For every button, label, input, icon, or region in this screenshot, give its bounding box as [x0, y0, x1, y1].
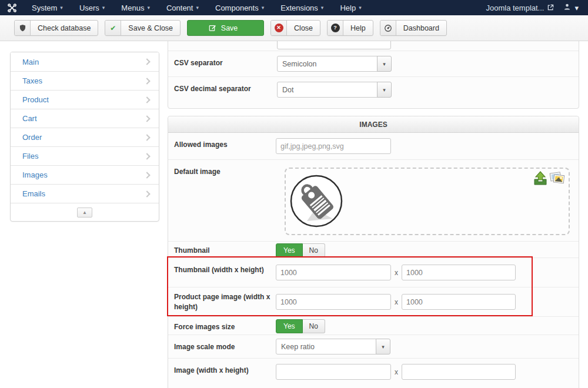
chevron-right-icon	[143, 153, 150, 159]
panel-header: IMAGES	[168, 116, 579, 133]
menu-content[interactable]: Content ▾	[158, 0, 207, 15]
dashboard-button[interactable]: Dashboard	[380, 20, 447, 36]
sidebar-item-product[interactable]: Product	[11, 90, 159, 109]
image-width-input[interactable]	[276, 364, 391, 380]
thumbnail-height-input[interactable]	[402, 265, 516, 280]
thumbnail-width-input[interactable]	[276, 265, 391, 280]
field-label: Thumbnail (width x height)	[174, 265, 273, 275]
sidebar-item-label: Main	[22, 58, 39, 66]
csv-separator-select[interactable]: Semicolon ▾	[277, 56, 392, 72]
sidebar-item-label: Images	[22, 170, 48, 179]
caret-down-icon: ▾	[262, 5, 265, 11]
toggle-yes-button[interactable]: Yes	[276, 319, 303, 333]
sidebar-item-images[interactable]: Images	[11, 165, 159, 184]
menu-label: Menus	[121, 4, 144, 12]
sidebar-item-cart[interactable]: Cart	[11, 109, 159, 128]
sidebar-collapse-row: ▲	[11, 203, 159, 221]
edit-icon	[209, 21, 216, 35]
menu-label: Help	[340, 4, 356, 12]
save-button[interactable]: Save	[187, 20, 264, 36]
sidebar-item-files[interactable]: Files	[11, 146, 159, 165]
button-label: Save	[216, 21, 243, 35]
menu-components[interactable]: Components ▾	[207, 0, 272, 15]
select-value: Keep ratio	[276, 339, 376, 354]
sidebar-item-taxes[interactable]: Taxes	[11, 71, 159, 90]
dashboard-icon	[380, 21, 396, 35]
button-label: Close	[287, 21, 320, 35]
csv-decimal-separator-row: CSV decimal separator Dot ▾	[168, 76, 579, 102]
dimension-separator: x	[395, 368, 398, 376]
external-link-icon	[547, 4, 554, 12]
chevron-right-icon	[143, 96, 150, 103]
template-preview-link[interactable]: Joomla templat...	[486, 4, 554, 12]
caret-down-icon: ▾	[102, 5, 105, 11]
product-image-height-input[interactable]	[402, 294, 516, 310]
chevron-right-icon	[143, 190, 150, 197]
image-actions	[533, 170, 565, 186]
image-scale-mode-row: Image scale mode Keep ratio ▾	[168, 335, 579, 358]
sidebar-item-emails[interactable]: Emails	[11, 184, 159, 203]
csv-decimal-separator-select[interactable]: Dot ▾	[277, 82, 392, 98]
save-and-close-button[interactable]: ✔ Save & Close	[105, 20, 181, 36]
sidebar-item-label: Product	[22, 95, 49, 104]
button-label: Check database	[31, 21, 98, 35]
image-height-input[interactable]	[402, 364, 516, 380]
check-database-button[interactable]: Check database	[14, 20, 98, 36]
select-value: Dot	[277, 82, 377, 98]
field-label: CSV decimal separator	[174, 84, 273, 94]
thumbnail-size-row: Thumbnail (width x height) x	[168, 257, 579, 287]
image-scale-mode-select[interactable]: Keep ratio ▾	[276, 339, 390, 354]
sidebar-item-label: Cart	[22, 114, 37, 123]
gallery-icon[interactable]	[549, 170, 565, 186]
collapse-icon[interactable]: ▲	[77, 208, 92, 218]
top-navbar: System ▾ Users ▾ Menus ▾ Content ▾ Compo…	[0, 0, 588, 15]
shield-icon	[15, 21, 31, 35]
sidebar-item-main[interactable]: Main	[11, 52, 159, 71]
chevron-right-icon	[143, 172, 150, 178]
caret-down-icon: ▾	[574, 4, 579, 12]
allowed-images-input[interactable]	[276, 138, 391, 154]
toggle-no-button[interactable]: No	[303, 319, 325, 333]
chevron-right-icon	[143, 58, 150, 65]
chevron-down-icon[interactable]: ▾	[377, 56, 392, 72]
sidebar-item-order[interactable]: Order	[11, 128, 159, 146]
sidebar-item-label: Order	[22, 133, 42, 142]
upload-icon[interactable]	[533, 170, 548, 186]
default-image-dropzone[interactable]	[285, 168, 570, 235]
menu-label: Components	[215, 4, 259, 12]
caret-down-icon: ▾	[359, 5, 362, 11]
images-settings-panel: IMAGES Allowed images Default image	[168, 116, 579, 388]
force-size-toggle: Yes No	[276, 319, 325, 333]
field-label: CSV separator	[174, 58, 273, 68]
caret-down-icon: ▾	[147, 5, 150, 11]
page: System ▾ Users ▾ Menus ▾ Content ▾ Compo…	[0, 0, 588, 388]
menu-system[interactable]: System ▾	[24, 0, 71, 15]
image-size-row: Image (width x height) x	[168, 358, 579, 388]
user-menu[interactable]: ▾	[563, 3, 579, 12]
menu-help[interactable]: Help ▾	[332, 0, 369, 15]
user-icon	[563, 3, 571, 12]
menu-label: Extensions	[280, 4, 318, 12]
chevron-right-icon	[143, 78, 150, 84]
chevron-down-icon[interactable]: ▾	[377, 82, 392, 98]
button-label: Help	[343, 21, 373, 35]
menu-menus[interactable]: Menus ▾	[113, 0, 158, 15]
toggle-no-button[interactable]: No	[303, 243, 325, 257]
button-label: Dashboard	[396, 21, 446, 35]
caret-down-icon: ▾	[321, 5, 324, 11]
product-image-width-input[interactable]	[276, 294, 391, 310]
toolbar: Check database ✔ Save & Close Save ✕ Clo…	[0, 15, 588, 41]
menu-label: System	[32, 4, 57, 12]
select-value: Semicolon	[277, 56, 377, 72]
menu-extensions[interactable]: Extensions ▾	[272, 0, 332, 15]
toggle-yes-button[interactable]: Yes	[276, 243, 303, 257]
close-button[interactable]: ✕ Close	[270, 20, 320, 36]
template-link-label: Joomla templat...	[486, 4, 544, 12]
sidebar-item-label: Emails	[22, 189, 45, 198]
caret-down-icon: ▾	[60, 5, 63, 11]
button-label: Save & Close	[121, 21, 180, 35]
help-button[interactable]: ? Help	[327, 20, 373, 36]
menu-users[interactable]: Users ▾	[71, 0, 113, 15]
chevron-down-icon[interactable]: ▾	[376, 339, 390, 354]
joomla-logo-icon[interactable]	[0, 3, 24, 13]
